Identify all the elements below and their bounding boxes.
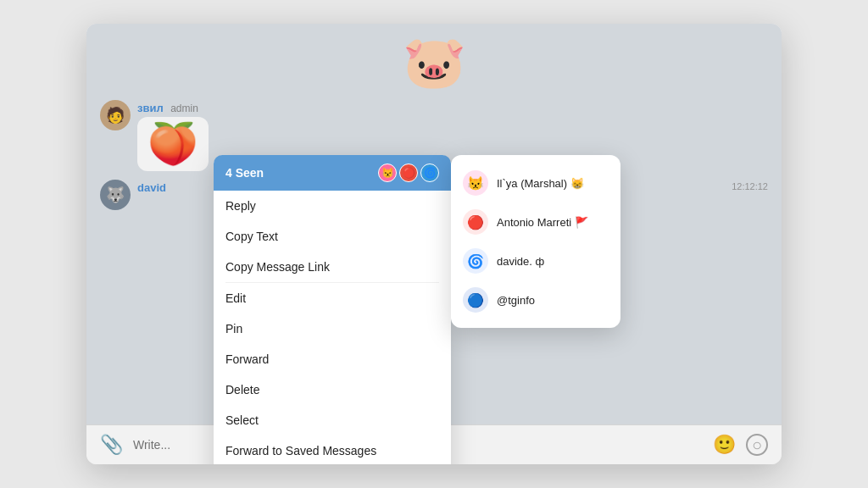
ctx-pin[interactable]: Pin <box>214 313 451 344</box>
seen-avatar-3: 🌀 <box>420 164 439 182</box>
seen-avatar-1: 😾 <box>378 164 397 182</box>
seen-avatar-tginfo: 🔵 <box>463 287 488 313</box>
seen-person-antonio: 🔴 Antonio Marreti 🚩 <box>451 202 620 241</box>
seen-avatar-davide: 🌀 <box>463 248 488 274</box>
seen-person-davide: 🌀 davide. ф <box>451 241 620 280</box>
ctx-seen-header[interactable]: 4 Seen 😾 🔴 🌀 <box>214 155 451 191</box>
seen-person-tginfo: 🔵 @tginfo <box>451 280 620 319</box>
ctx-copy-link[interactable]: Copy Message Link <box>214 252 451 282</box>
seen-avatar-ilya: 😾 <box>463 170 488 196</box>
chat-window: 🐷 🧑 звил admin 🍑 ✓✓ 12:11:59 <box>86 24 782 464</box>
ctx-reply[interactable]: Reply <box>214 191 451 221</box>
seen-avatar-antonio: 🔴 <box>463 209 488 235</box>
seen-popup: 😾 Il`ya (Marshal) 😸 🔴 Antonio Marreti 🚩 … <box>451 155 620 328</box>
ctx-copy-text[interactable]: Copy Text <box>214 221 451 252</box>
ctx-forward[interactable]: Forward <box>214 344 451 374</box>
ctx-select[interactable]: Select <box>214 405 451 435</box>
ctx-delete[interactable]: Delete <box>214 374 451 405</box>
seen-avatar-2: 🔴 <box>399 164 418 182</box>
ctx-edit[interactable]: Edit <box>214 283 451 313</box>
seen-label: 4 Seen <box>225 166 264 180</box>
ctx-forward-saved[interactable]: Forward to Saved Messages <box>214 435 451 464</box>
context-menu: 4 Seen 😾 🔴 🌀 Reply Copy Text Copy Messag… <box>214 155 451 464</box>
seen-avatars: 😾 🔴 🌀 <box>378 164 439 182</box>
seen-person-ilya: 😾 Il`ya (Marshal) 😸 <box>451 164 620 202</box>
